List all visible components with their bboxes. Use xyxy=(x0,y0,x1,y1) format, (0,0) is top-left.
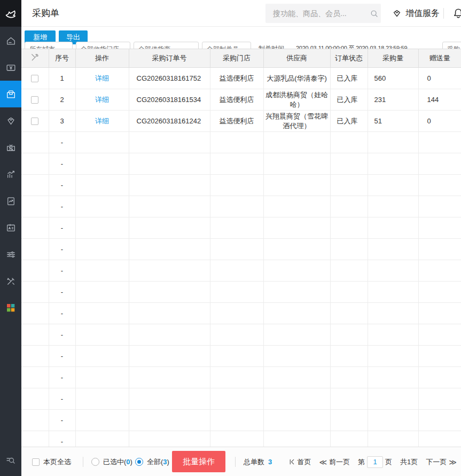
cell-order-no xyxy=(129,217,210,239)
cell-status xyxy=(330,303,368,324)
radio-selected[interactable] xyxy=(91,458,99,466)
total-orders-label: 总单数 xyxy=(244,457,264,467)
cell-status xyxy=(330,410,368,431)
notification-bell-icon[interactable] xyxy=(452,7,461,22)
table-row-empty: - xyxy=(21,346,461,367)
column-tools-icon xyxy=(30,52,40,63)
cell-order-no: CG20260318161534 xyxy=(129,89,210,111)
sidebar-item-home[interactable] xyxy=(0,27,21,54)
header-supplier: 供应商 xyxy=(263,49,330,68)
table-row-empty: - xyxy=(21,196,461,217)
radio-selected-group[interactable]: 已选中(0) xyxy=(91,447,132,476)
purchase-order-page: 采购单 增值服务 新增 导出 所在城 xyxy=(0,0,461,476)
radio-all-label: 全部(3) xyxy=(147,457,169,467)
sidebar-item-cash[interactable] xyxy=(0,54,21,81)
cell-supplier: 大源乳品(华清泰字) xyxy=(263,68,330,89)
detail-link[interactable]: 详细 xyxy=(95,74,109,82)
cell-status: 已入库 xyxy=(330,68,368,89)
cell-checkbox xyxy=(21,217,49,239)
first-page-button[interactable]: 首页 xyxy=(289,457,311,467)
total-orders-count: 3 xyxy=(268,458,272,466)
sidebar-item-settings[interactable] xyxy=(0,241,21,268)
sidebar-item-reports[interactable] xyxy=(0,188,21,214)
cell-purchase-qty xyxy=(368,282,418,303)
cell-store xyxy=(210,367,263,388)
cell-action xyxy=(75,260,129,282)
row-checkbox[interactable] xyxy=(31,75,38,82)
cell-purchase-qty xyxy=(368,367,418,388)
report-icon xyxy=(5,196,17,207)
cell-order-no: CG20260318161242 xyxy=(129,111,210,132)
sidebar-item-coupon[interactable] xyxy=(0,134,21,161)
cell-store: 益选便利店 xyxy=(210,89,263,111)
sidebar-item-staff[interactable] xyxy=(0,214,21,241)
cell-supplier xyxy=(263,303,330,324)
cell-gift-qty xyxy=(418,175,461,196)
prev-page-button[interactable]: ≪ 前一页 xyxy=(319,457,350,467)
sidebar-item-membership[interactable] xyxy=(0,107,21,134)
global-search-input[interactable] xyxy=(265,9,370,18)
cell-seq: - xyxy=(49,410,75,431)
cell-status xyxy=(330,324,368,346)
global-search xyxy=(265,4,381,23)
detail-link[interactable]: 详细 xyxy=(95,117,109,125)
radio-all-group[interactable]: 全部(3) xyxy=(135,447,169,476)
select-all-group: 本页全选 xyxy=(32,447,71,476)
select-all-label: 本页全选 xyxy=(43,457,71,467)
cell-store xyxy=(210,196,263,217)
page-suffix: 页 xyxy=(385,457,392,467)
cell-purchase-qty xyxy=(368,153,418,175)
row-checkbox[interactable] xyxy=(31,118,38,125)
next-page-icon: ≫ xyxy=(449,458,457,466)
coupon-icon xyxy=(5,142,17,153)
total-orders: 总单数 3 xyxy=(244,447,272,476)
cell-seq: - xyxy=(49,217,75,239)
cell-store xyxy=(210,175,263,196)
cell-supplier xyxy=(263,175,330,196)
select-all-checkbox[interactable] xyxy=(32,458,40,466)
cell-gift-qty xyxy=(418,153,461,175)
cell-checkbox xyxy=(21,239,49,260)
cell-purchase-qty xyxy=(368,217,418,239)
cell-order-no xyxy=(129,388,210,410)
cell-action xyxy=(75,217,129,239)
cell-status xyxy=(330,346,368,367)
cell-action xyxy=(75,239,129,260)
orders-table: 序号 操作 采购订单号 采购门店 供应商 订单状态 采购量 赠送量 1详细CG2… xyxy=(21,49,461,452)
row-checkbox[interactable] xyxy=(31,96,38,104)
detail-link[interactable]: 详细 xyxy=(95,96,109,104)
cell-store xyxy=(210,260,263,282)
search-icon[interactable] xyxy=(370,9,379,18)
sidebar-item-purchase[interactable] xyxy=(0,81,21,107)
sidebar-item-services[interactable] xyxy=(0,294,21,321)
cell-seq: - xyxy=(49,282,75,303)
sidebar-item-tools[interactable] xyxy=(0,268,21,294)
header-store: 采购门店 xyxy=(210,49,263,68)
header-action: 操作 xyxy=(75,49,129,68)
radio-all[interactable] xyxy=(135,458,143,466)
cell-status xyxy=(330,239,368,260)
page-number-input[interactable] xyxy=(367,456,383,468)
batch-operation-button[interactable]: 批量操作 xyxy=(172,451,225,472)
search-list-icon xyxy=(5,455,16,465)
cell-checkbox xyxy=(21,282,49,303)
cell-action xyxy=(75,153,129,175)
cell-action xyxy=(75,388,129,410)
cell-gift-qty xyxy=(418,303,461,324)
cell-supplier xyxy=(263,367,330,388)
cell-seq: - xyxy=(49,367,75,388)
cell-gift-qty xyxy=(418,324,461,346)
column-settings-button[interactable] xyxy=(21,49,49,68)
cell-purchase-qty xyxy=(368,175,418,196)
cell-status: 已入库 xyxy=(330,111,368,132)
cell-status xyxy=(330,282,368,303)
cell-action xyxy=(75,196,129,217)
cell-purchase-qty xyxy=(368,239,418,260)
value-added-services[interactable]: 增值服务 xyxy=(392,0,440,27)
cell-status xyxy=(330,132,368,153)
next-page-button[interactable]: 下一页 ≫ xyxy=(426,457,457,467)
cell-gift-qty xyxy=(418,346,461,367)
sidebar-item-statistics[interactable] xyxy=(0,161,21,188)
table-row-empty: - xyxy=(21,367,461,388)
sidebar-search[interactable] xyxy=(0,449,21,471)
